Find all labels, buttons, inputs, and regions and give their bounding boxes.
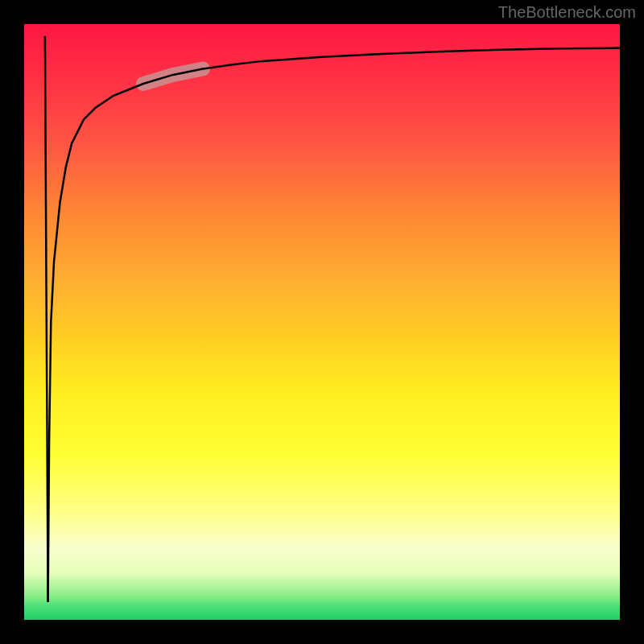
chart-border-right <box>620 24 644 620</box>
bottleneck-curve <box>48 48 620 602</box>
chart-border-left <box>0 24 24 620</box>
watermark-text: TheBottleneck.com <box>498 3 636 22</box>
chart-border-bottom <box>0 620 644 644</box>
vertical-drop-line <box>45 36 48 602</box>
curve-svg <box>24 24 620 620</box>
chart-area <box>24 24 620 620</box>
